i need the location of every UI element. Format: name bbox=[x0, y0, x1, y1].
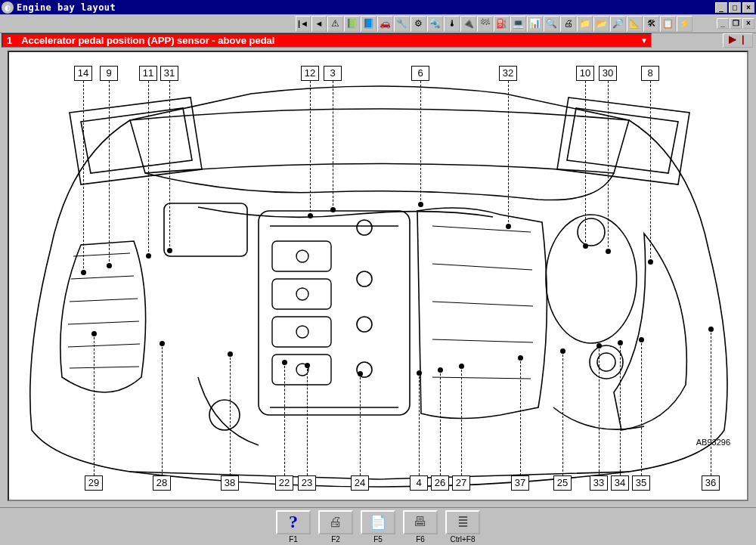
nav-prev-button[interactable]: ◄ bbox=[311, 16, 327, 32]
component-description: Accelerator pedal position (APP) sensor … bbox=[21, 35, 274, 46]
callout-9[interactable]: 9 bbox=[100, 66, 118, 81]
svg-rect-4 bbox=[272, 355, 331, 385]
status-action-button[interactable]: ⯈❘ bbox=[723, 33, 753, 48]
fkey-label: F2 bbox=[318, 535, 353, 543]
callout-32[interactable]: 32 bbox=[499, 66, 517, 81]
toolbar-button-16[interactable]: 📂 bbox=[593, 16, 609, 32]
callout-8[interactable]: 8 bbox=[641, 66, 659, 81]
window-title: Engine bay layout bbox=[17, 2, 715, 13]
fkey-icon: 🖨 bbox=[318, 510, 353, 534]
callout-12[interactable]: 12 bbox=[301, 66, 319, 81]
toolbar-button-5[interactable]: ⚙ bbox=[411, 16, 426, 32]
toolbar-button-4[interactable]: 🔧 bbox=[394, 16, 410, 32]
app-icon: ◐ bbox=[2, 2, 14, 14]
svg-point-6 bbox=[296, 288, 308, 300]
callout-33[interactable]: 33 bbox=[590, 475, 608, 491]
svg-point-15 bbox=[590, 345, 623, 379]
fkey-f5[interactable]: 📄F5 bbox=[361, 510, 395, 543]
callout-36[interactable]: 36 bbox=[702, 475, 720, 491]
callout-14[interactable]: 14 bbox=[74, 66, 92, 81]
toolbar-button-8[interactable]: 🔌 bbox=[460, 16, 476, 32]
fkey-label: F6 bbox=[403, 535, 438, 543]
callout-29[interactable]: 29 bbox=[85, 475, 103, 491]
callout-35[interactable]: 35 bbox=[632, 475, 650, 491]
toolbar-button-19[interactable]: 🛠 bbox=[643, 16, 659, 32]
nav-first-button[interactable]: |◄ bbox=[296, 16, 311, 32]
svg-point-13 bbox=[546, 215, 637, 343]
callout-25[interactable]: 25 bbox=[553, 475, 572, 491]
toolbar-button-2[interactable]: 📘 bbox=[361, 16, 376, 32]
toolbar-button-6[interactable]: 🔩 bbox=[427, 16, 443, 32]
toolbar-minimize-button[interactable]: _ bbox=[717, 18, 729, 29]
callout-28[interactable]: 28 bbox=[153, 475, 171, 491]
fkey-icon: 📄 bbox=[361, 510, 395, 534]
callout-6[interactable]: 6 bbox=[411, 66, 429, 81]
toolbar-button-11[interactable]: 💻 bbox=[510, 16, 526, 32]
toolbar-button-12[interactable]: 📊 bbox=[527, 16, 543, 32]
callout-4[interactable]: 4 bbox=[410, 475, 428, 491]
svg-point-18 bbox=[209, 400, 240, 430]
toolbar-button-17[interactable]: 🔎 bbox=[610, 16, 626, 32]
fkey-f6[interactable]: 🖶F6 bbox=[403, 510, 438, 543]
toolbar-button-3[interactable]: 🚗 bbox=[377, 16, 393, 32]
toolbar-restore-button[interactable]: ❐ bbox=[730, 18, 742, 29]
svg-point-7 bbox=[296, 326, 308, 338]
toolbar-button-13[interactable]: 🔍 bbox=[544, 16, 559, 32]
close-button[interactable]: × bbox=[742, 2, 754, 13]
callout-26[interactable]: 26 bbox=[431, 475, 449, 491]
fkey-icon: ≣ bbox=[445, 510, 480, 534]
fkey-ctrl-f8[interactable]: ≣Ctrl+F8 bbox=[445, 510, 480, 543]
fkey-icon: ? bbox=[276, 510, 311, 534]
toolbar-button-7[interactable]: 🌡 bbox=[444, 16, 460, 32]
engine-bay-illustration bbox=[9, 52, 747, 501]
maximize-button[interactable]: □ bbox=[729, 2, 741, 13]
function-key-bar: ?F1🖨F2📄F5🖶F6≣Ctrl+F8 bbox=[0, 507, 756, 545]
exit-icon: ⯈❘ bbox=[728, 35, 748, 46]
fkey-icon: 🖶 bbox=[403, 510, 438, 534]
svg-rect-2 bbox=[272, 279, 331, 309]
fkey-f2[interactable]: 🖨F2 bbox=[318, 510, 353, 543]
fkey-label: Ctrl+F8 bbox=[445, 535, 480, 543]
callout-10[interactable]: 10 bbox=[576, 66, 594, 81]
component-number: 1 bbox=[7, 35, 12, 46]
svg-rect-17 bbox=[164, 203, 247, 256]
toolbar-button-1[interactable]: 📗 bbox=[344, 16, 360, 32]
svg-rect-3 bbox=[272, 317, 331, 347]
toolbar-button-0[interactable]: ⚠ bbox=[327, 16, 343, 32]
callout-31[interactable]: 31 bbox=[160, 66, 178, 81]
callout-23[interactable]: 23 bbox=[298, 475, 316, 491]
dropdown-arrow-icon[interactable]: ▼ bbox=[640, 36, 648, 45]
svg-point-9 bbox=[357, 220, 372, 235]
window-titlebar: ◐ Engine bay layout _ □ × bbox=[0, 0, 756, 14]
fkey-label: F1 bbox=[276, 535, 311, 543]
callout-22[interactable]: 22 bbox=[275, 475, 293, 491]
fkey-label: F5 bbox=[361, 535, 395, 543]
svg-point-10 bbox=[357, 271, 372, 286]
callout-38[interactable]: 38 bbox=[221, 475, 239, 491]
toolbar-button-21[interactable]: ⚡ bbox=[677, 16, 692, 32]
svg-point-5 bbox=[296, 250, 308, 262]
toolbar-button-20[interactable]: 📋 bbox=[660, 16, 676, 32]
svg-point-11 bbox=[357, 317, 372, 332]
image-reference-id: AB93296 bbox=[696, 438, 730, 447]
svg-point-14 bbox=[578, 218, 605, 246]
svg-point-16 bbox=[597, 353, 615, 371]
callout-37[interactable]: 37 bbox=[511, 475, 529, 491]
toolbar-button-15[interactable]: 📁 bbox=[577, 16, 593, 32]
toolbar-button-14[interactable]: 🖨 bbox=[560, 16, 576, 32]
toolbar-button-9[interactable]: 🏁 bbox=[477, 16, 493, 32]
callout-34[interactable]: 34 bbox=[611, 475, 629, 491]
callout-11[interactable]: 11 bbox=[139, 66, 157, 81]
toolbar-button-10[interactable]: ⛽ bbox=[494, 16, 510, 32]
component-status-bar[interactable]: 1 Accelerator pedal position (APP) senso… bbox=[2, 33, 652, 48]
diagram-viewport: 149113112363210308 292838222324426273725… bbox=[8, 51, 748, 501]
callout-24[interactable]: 24 bbox=[351, 475, 369, 491]
callout-27[interactable]: 27 bbox=[452, 475, 470, 491]
main-toolbar: |◄ ◄ ⚠📗📘🚗🔧⚙🔩🌡🔌🏁⛽💻📊🔍🖨📁📂🔎📐🛠📋⚡ _ ❐ × bbox=[0, 14, 756, 33]
callout-3[interactable]: 3 bbox=[324, 66, 342, 81]
fkey-f1[interactable]: ?F1 bbox=[276, 510, 311, 543]
callout-30[interactable]: 30 bbox=[599, 66, 617, 81]
toolbar-close-button[interactable]: × bbox=[742, 18, 754, 29]
toolbar-button-18[interactable]: 📐 bbox=[627, 16, 643, 32]
minimize-button[interactable]: _ bbox=[715, 2, 727, 13]
